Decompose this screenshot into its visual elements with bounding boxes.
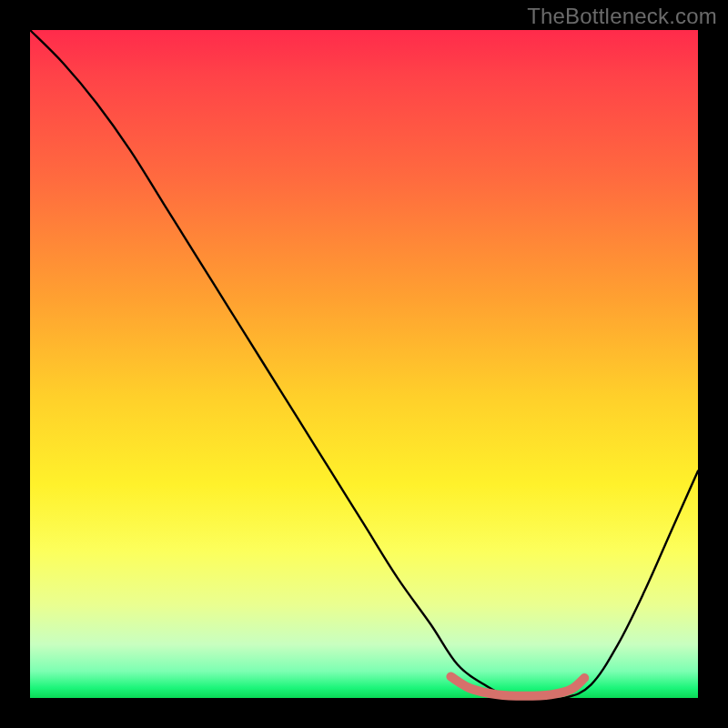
watermark-text: TheBottleneck.com <box>527 4 717 29</box>
plot-area <box>30 30 698 698</box>
chart-frame: TheBottleneck.com <box>0 0 728 728</box>
bottleneck-curve-line <box>30 30 698 699</box>
curve-svg <box>30 30 698 698</box>
highlight-segment <box>450 677 584 696</box>
